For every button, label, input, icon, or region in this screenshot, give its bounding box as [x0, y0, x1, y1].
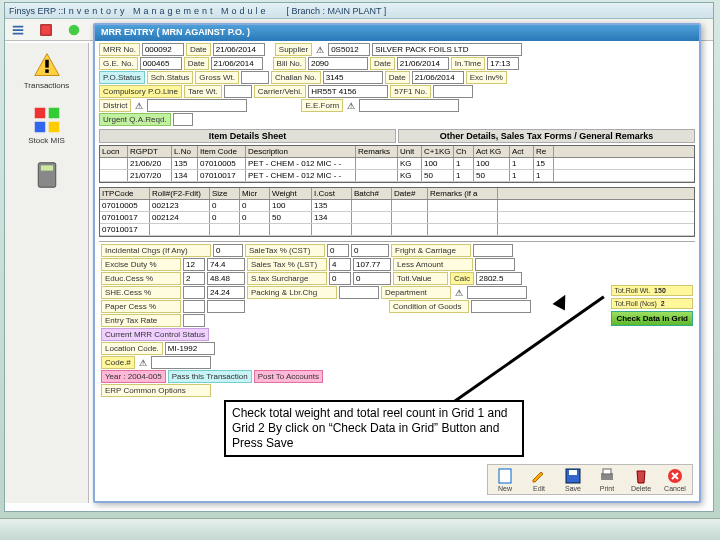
tarewt-label: Tare Wt.: [184, 85, 222, 98]
tool-icon-3[interactable]: [67, 23, 81, 37]
delete-button[interactable]: Delete: [626, 467, 656, 492]
other-details-tab[interactable]: Other Details, Sales Tax Forms / General…: [398, 129, 695, 143]
excise-label: Excise Duty %: [101, 258, 181, 271]
col-header: Act KG: [474, 146, 510, 157]
col-header: RGPDT: [128, 146, 172, 157]
inc-chgs-field[interactable]: 0: [213, 244, 243, 257]
educ-a[interactable]: 48.48: [207, 272, 245, 285]
bill-no-field[interactable]: 2090: [308, 57, 368, 70]
totvalue-field[interactable]: 2802.5: [476, 272, 522, 285]
mrr-form: MRR No. 000092 Date 21/06/2014 Supplier …: [95, 41, 699, 129]
saletax-label: SaleTax % (CST): [245, 244, 325, 257]
paper-a[interactable]: [207, 300, 245, 313]
lst-label: Sales Tax % (LST): [247, 258, 327, 271]
col-header: Roll#(F2-Fdit): [150, 188, 210, 199]
tool-icon-1[interactable]: [11, 23, 25, 37]
item-details-header: Item Details Sheet: [99, 129, 396, 143]
less-field[interactable]: [475, 258, 515, 271]
svg-rect-0: [41, 24, 52, 35]
table-row[interactable]: 0701000500212300100135: [100, 200, 694, 212]
sidebar: Transactions Stock MIS: [5, 43, 89, 503]
sidebar-item-stock[interactable]: Stock MIS: [5, 98, 88, 153]
fo-field[interactable]: [433, 85, 473, 98]
sidebar-item-3[interactable]: [5, 153, 88, 199]
paper-v[interactable]: [183, 300, 205, 313]
eeform-field[interactable]: [359, 99, 459, 112]
ge-no-label: G.E. No.: [99, 57, 138, 70]
carrier-field[interactable]: HR55T 4156: [308, 85, 388, 98]
post-accounts-button[interactable]: Post To Accounts: [254, 370, 323, 383]
grosswt-field[interactable]: [241, 71, 269, 84]
pass-trans-button[interactable]: Pass this Transaction: [168, 370, 252, 383]
excise-v[interactable]: 12: [183, 258, 205, 271]
cond-goods-field[interactable]: [471, 300, 531, 313]
save-button[interactable]: Save: [558, 467, 588, 492]
edit-button[interactable]: Edit: [524, 467, 554, 492]
educ-v[interactable]: 2: [183, 272, 205, 285]
col-header: Batch#: [352, 188, 392, 199]
entry-tax-field[interactable]: [183, 314, 205, 327]
svg-rect-8: [48, 108, 59, 119]
tarewt-field[interactable]: [224, 85, 252, 98]
fo-label: 57F1 No.: [390, 85, 431, 98]
excise-a[interactable]: 74.4: [207, 258, 245, 271]
col-header: Item Code: [198, 146, 246, 157]
district-field[interactable]: [147, 99, 247, 112]
district-label: District: [99, 99, 131, 112]
col-header: Locn: [100, 146, 128, 157]
loc-code-field[interactable]: MI-1992: [165, 342, 215, 355]
mrr-title: MRR ENTRY ( MRN AGAINST P.O. ): [95, 25, 699, 41]
totvalue-label: Totl.Value: [393, 272, 448, 285]
sidebar-item-transactions[interactable]: Transactions: [5, 43, 88, 98]
saletax-v[interactable]: 0: [327, 244, 349, 257]
table-row[interactable]: 21/06/2013507010005PET - CHEM - 012 MIC …: [100, 158, 694, 170]
fright-field[interactable]: [473, 244, 513, 257]
bill-date-field[interactable]: 21/06/2014: [397, 57, 449, 70]
intime-label: In.Time: [451, 57, 485, 70]
ge-date-field[interactable]: 21/06/2014: [211, 57, 263, 70]
date-label: Date: [186, 43, 211, 56]
rollnos: Tot.Roll (Nos) 2: [611, 298, 693, 309]
packing-field[interactable]: [339, 286, 379, 299]
title-prefix: Finsys ERP ::: [9, 6, 63, 16]
new-button[interactable]: New: [490, 467, 520, 492]
table-row[interactable]: 21/07/2013407010017PET - CHEM - 012 MIC …: [100, 170, 694, 182]
warning-icon: [33, 51, 61, 79]
lst-v[interactable]: 4: [329, 258, 351, 271]
challan-field[interactable]: 3145: [323, 71, 383, 84]
table-row[interactable]: 07010017: [100, 224, 694, 236]
urgent-qa-field[interactable]: [173, 113, 193, 126]
sur-v[interactable]: 0: [329, 272, 351, 285]
table-row[interactable]: 070100170021240050134: [100, 212, 694, 224]
lst-a[interactable]: 107.77: [353, 258, 391, 271]
grid-2: ITPCodeRoll#(F2-Fdit)SizeMicrWeightI.Cos…: [99, 187, 695, 237]
print-button[interactable]: Print: [592, 467, 622, 492]
col-header: Size: [210, 188, 240, 199]
intime-field[interactable]: 17:13: [487, 57, 519, 70]
warn-icon: ⚠: [133, 100, 145, 112]
ctrl-status-label: Current MRR Control Status: [101, 328, 209, 341]
erp-options-button[interactable]: ERP Common Options: [101, 384, 211, 397]
code-label: Code.#: [101, 356, 135, 369]
tool-icon-2[interactable]: [39, 23, 53, 37]
loc-code-label: Location Code.: [101, 342, 163, 355]
col-header: Remarks: [356, 146, 398, 157]
schstatus-label: Sch.Status: [147, 71, 194, 84]
mrr-date-field[interactable]: 21/06/2014: [213, 43, 265, 56]
saletax-a[interactable]: 0: [351, 244, 389, 257]
sur-a[interactable]: 0: [353, 272, 391, 285]
ge-no-field[interactable]: 000465: [140, 57, 182, 70]
check-data-button[interactable]: Check Data In Grid: [611, 311, 693, 326]
cancel-button[interactable]: Cancel: [660, 467, 690, 492]
code-field[interactable]: [151, 356, 211, 369]
she-a[interactable]: 24.24: [207, 286, 245, 299]
windows-icon: [33, 106, 61, 134]
challan-date-field[interactable]: 21/06/2014: [412, 71, 464, 84]
dept-field[interactable]: [467, 286, 527, 299]
supplier-name-field[interactable]: SILVER PACK FOILS LTD: [372, 43, 522, 56]
calc-button[interactable]: Calc: [450, 272, 474, 285]
svg-rect-13: [499, 469, 511, 483]
mrr-no-field[interactable]: 000092: [142, 43, 184, 56]
she-v[interactable]: [183, 286, 205, 299]
supplier-code-field[interactable]: 0S5012: [328, 43, 370, 56]
